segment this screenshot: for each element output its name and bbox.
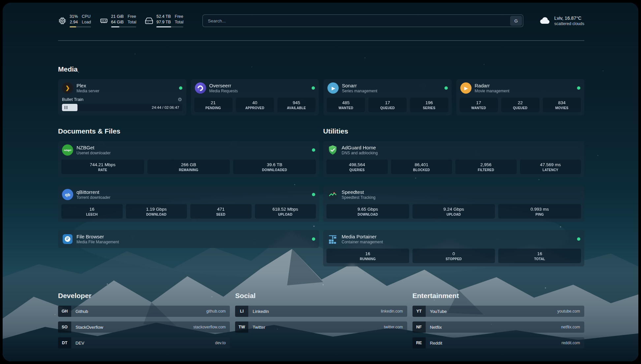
disk-label-top: Free [175, 14, 183, 19]
memory-stick-icon [100, 16, 108, 25]
bookmark-group-developer: Developer GH Github github.com SO StackO… [58, 292, 230, 353]
search-provider-button[interactable]: G [510, 16, 522, 26]
bookmark-name: Github [76, 309, 88, 314]
weather-location: Lviv, 16.87°C [554, 15, 584, 21]
cpu-label-bottom: Load [82, 20, 91, 25]
service-subtitle: Container management [342, 240, 383, 244]
bookmark-github[interactable]: GH Github github.com [58, 306, 230, 317]
section-title-documents: Documents & Files [58, 127, 319, 135]
stat-box: 16 TOTAL [498, 249, 581, 263]
search-bar: G [202, 15, 523, 27]
bookmark-abbr: YT [412, 306, 426, 317]
memory-bar-fill [111, 26, 119, 27]
section-utilities: Utilities AdGuard [323, 127, 584, 275]
plex-progress-fill [62, 104, 77, 111]
bookmark-linkedin[interactable]: LI LinkedIn linkedin.com [235, 306, 407, 317]
bookmark-name: Reddit [430, 341, 443, 346]
bookmark-group-social: Social LI LinkedIn linkedin.com TW Twitt… [235, 292, 407, 353]
service-card-radarr[interactable]: ▶ Radarr Movie management 17 WANTED [456, 79, 585, 115]
service-card-overseerr[interactable]: Overseerr Media Requests 21 PENDING 40 A… [191, 79, 319, 115]
stat-box: 40 APPROVED [236, 98, 274, 112]
stat-box: 22 QUEUED [501, 98, 539, 112]
stat-box: 21 PENDING [194, 98, 232, 112]
stat-box: 471 SEED [190, 204, 252, 219]
stat-box: 744.21 Mbps RATE [61, 160, 144, 174]
service-card-portainer[interactable]: Media Portainer Container management 16 … [323, 230, 584, 266]
section-media: Media ❯ Plex Media server [58, 65, 584, 115]
bookmark-url: reddit.com [562, 341, 580, 345]
service-card-speedtest[interactable]: Speedtest Speedtest Tracking 9.65 Gbps D… [323, 186, 584, 222]
stat-box: 618.52 Mbps UPLOAD [255, 204, 316, 219]
plex-now-playing: Bullet Train ⚙ 24:44 / 02:06:47 [58, 97, 186, 114]
stat-box: 17 WANTED [460, 98, 498, 112]
weather-widget[interactable]: Lviv, 16.87°C scattered clouds [538, 15, 584, 26]
stat-box: 498,564 QUERIES [326, 160, 388, 174]
sonarr-icon: ▶ [327, 82, 339, 94]
stat-box: 16 RUNNING [326, 249, 409, 263]
gear-icon[interactable]: ⚙ [178, 97, 182, 102]
stat-box: 9.65 Gbps DOWNLOAD [326, 204, 409, 219]
bookmark-name: YouTube [430, 309, 447, 314]
cpu-load: 2.94 [70, 20, 78, 25]
bookmark-name: Netflix [430, 325, 442, 330]
stat-box: 86,401 BLOCKED [391, 160, 452, 174]
service-name: AdGuard Home [342, 145, 378, 150]
topbar: 31% CPU 2.94 Load [58, 3, 584, 30]
bookmark-name: LinkedIn [253, 309, 269, 314]
service-subtitle: Usenet downloader [76, 151, 110, 155]
section-title-utilities: Utilities [323, 127, 584, 135]
stat-box: 17 QUEUED [368, 98, 407, 112]
status-dot [312, 193, 315, 196]
service-subtitle: Movie management [475, 89, 509, 93]
bookmark-abbr: TW [235, 321, 248, 333]
service-subtitle: Speedtest Tracking [342, 195, 376, 200]
bookmark-stackoverflow[interactable]: SO StackOverflow stackoverflow.com [58, 321, 230, 333]
service-card-qbittorrent[interactable]: qb qBittorrent Torrent downloader 16 LEE… [58, 186, 319, 222]
disk-total: 97.9 TB [156, 20, 171, 25]
bookmark-twitter[interactable]: TW Twitter twitter.com [235, 321, 407, 333]
stat-box: 266 GB REMAINING [147, 160, 230, 174]
service-subtitle: Series management [342, 89, 377, 93]
radarr-icon: ▶ [460, 82, 472, 94]
memory-total: 64 GiB [111, 20, 124, 25]
service-card-adguard[interactable]: AdGuard Home DNS and adblocking 498,564 … [323, 141, 584, 177]
bookmark-reddit[interactable]: RE Reddit reddit.com [412, 337, 584, 349]
search-input[interactable] [204, 18, 510, 23]
service-subtitle: Media server [76, 89, 99, 93]
memory-bar [111, 26, 137, 27]
service-card-sonarr[interactable]: ▶ Sonarr Series management 485 WANTED [323, 79, 452, 115]
adguard-shield-icon [327, 144, 338, 156]
service-card-filebrowser[interactable]: File Browser Media File Management [58, 230, 319, 248]
cpu-bar [70, 26, 91, 27]
bookmark-netflix[interactable]: NF Netflix netflix.com [412, 321, 584, 333]
stat-box: 0 STOPPED [412, 249, 495, 263]
cpu-percent: 31% [70, 14, 78, 19]
cpu-widget: 31% CPU 2.94 Load [58, 14, 91, 27]
portainer-icon [327, 233, 338, 245]
bookmark-name: DEV [76, 341, 84, 346]
service-subtitle: Media File Management [76, 240, 119, 244]
service-name: File Browser [76, 234, 119, 239]
bookmark-dev[interactable]: DT DEV dev.to [58, 337, 230, 349]
memory-label-top: Free [128, 14, 136, 19]
bookmark-url: netflix.com [561, 325, 580, 329]
service-card-plex[interactable]: ❯ Plex Media server Bullet Train ⚙ [58, 79, 186, 115]
stat-box: 945 AVAILABLE [277, 98, 316, 112]
status-dot [179, 86, 182, 90]
service-name: qBittorrent [76, 189, 110, 195]
memory-label-bottom: Total [128, 20, 136, 25]
section-documents: Documents & Files nzbget NZBGet Usenet d… [58, 127, 319, 256]
status-dot [312, 148, 315, 152]
bookmark-url: dev.to [215, 341, 226, 345]
speedtest-icon [327, 189, 338, 200]
service-card-nzbget[interactable]: nzbget NZBGet Usenet downloader 744.21 M… [58, 141, 319, 177]
disk-bar [156, 26, 183, 27]
bookmark-youtube[interactable]: YT YouTube youtube.com [412, 306, 584, 317]
plex-progress-bar[interactable]: 24:44 / 02:06:47 [62, 104, 182, 111]
nzbget-icon: nzbget [62, 144, 73, 156]
section-title-social: Social [235, 292, 407, 300]
bookmark-abbr: LI [235, 306, 248, 317]
service-name: Speedtest [342, 189, 376, 195]
stat-box: 39.6 TB DOWNLOADED [233, 160, 316, 174]
cpu-bar-fill [70, 26, 76, 27]
